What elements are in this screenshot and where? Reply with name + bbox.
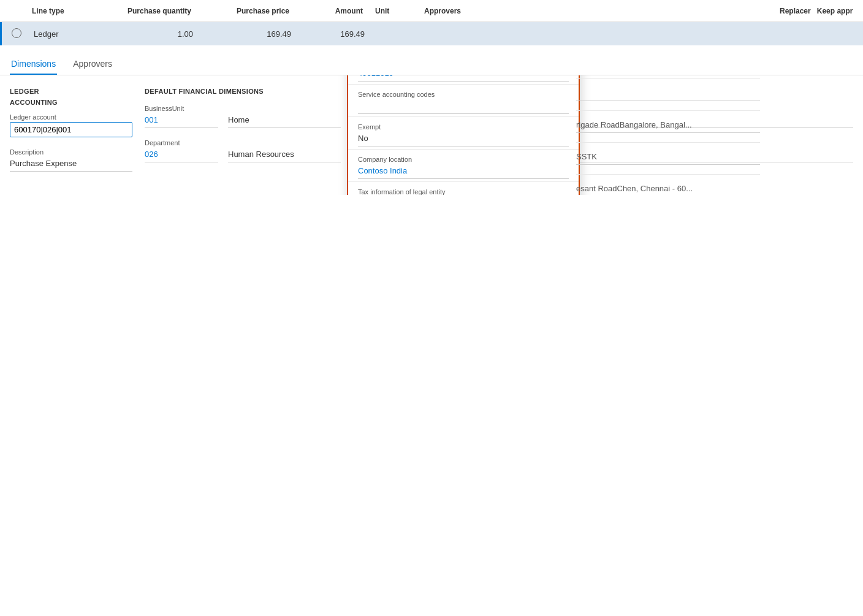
department-row: 026 Human Resources bbox=[145, 148, 341, 162]
row-linetype: Ledger bbox=[34, 29, 120, 39]
company-right-value: rigade RoadBangalore, Bangal... bbox=[576, 118, 760, 133]
description-field: Description Purchase Expense bbox=[10, 148, 132, 172]
vendor-location-right-value: esant RoadChen, Chennai - 60... bbox=[576, 182, 760, 195]
col-linetype-header: Line type bbox=[32, 7, 118, 15]
row-purchprice: 169.49 bbox=[218, 29, 316, 39]
accounting-label: ACCOUNTING bbox=[10, 99, 132, 106]
business-unit-code: 001 bbox=[145, 113, 218, 128]
coding-fields-section: CODING FIELDS Accrual identification Tra… bbox=[353, 88, 853, 183]
ledger-account-label: Ledger account bbox=[10, 113, 132, 121]
ledger-account-field: Ledger account bbox=[10, 113, 132, 137]
right-overflow-column: rinted Books rigade RoadBangalore, Banga… bbox=[576, 75, 760, 195]
table-row[interactable]: Ledger 1.00 169.49 169.49 bbox=[0, 22, 863, 45]
row-amount: 169.49 bbox=[316, 29, 377, 39]
department-code: 026 bbox=[145, 148, 218, 162]
hsn-field: HSN codes 49011010 bbox=[348, 75, 579, 85]
business-unit-code-col: 001 bbox=[145, 113, 218, 128]
ledger-label: LEDGER bbox=[10, 88, 132, 95]
col-replacer-header: Replacer Keep appr bbox=[780, 7, 853, 15]
tax-legal-right-field: SSTK bbox=[576, 143, 760, 175]
company-location-field: Company location Contoso India bbox=[348, 150, 579, 182]
coding-fields-popup: HSN codes 49011010 Service accounting co… bbox=[347, 75, 580, 195]
financial-dims-label: DEFAULT FINANCIAL DIMENSIONS bbox=[145, 88, 341, 95]
business-unit-name: Home bbox=[228, 113, 341, 128]
tabs-bar: Dimensions Approvers bbox=[0, 45, 863, 75]
exempt-right-field bbox=[576, 79, 760, 111]
accounting-section: LEDGER ACCOUNTING Ledger account Descrip… bbox=[10, 88, 145, 183]
description-value: Purchase Expense bbox=[10, 157, 132, 172]
business-unit-label: BusinessUnit bbox=[145, 105, 341, 112]
department-name: Human Resources bbox=[228, 148, 341, 162]
exempt-right-value bbox=[576, 86, 760, 101]
company-location-value: Contoso India bbox=[358, 164, 569, 179]
row-purchqty: 1.00 bbox=[120, 29, 218, 39]
company-location-label: Company location bbox=[358, 156, 569, 163]
exempt-label: Exempt bbox=[358, 123, 569, 131]
col-purchprice-header: Purchase price bbox=[216, 7, 314, 15]
financial-dims-section: DEFAULT FINANCIAL DIMENSIONS BusinessUni… bbox=[145, 88, 353, 183]
hsn-value: 49011010 bbox=[358, 75, 569, 82]
vendor-location-right-field: esant RoadChen, Chennai - 60... bbox=[576, 175, 760, 195]
tab-approvers[interactable]: Approvers bbox=[72, 55, 113, 75]
department-code-col: 026 bbox=[145, 148, 218, 162]
company-right-field: rigade RoadBangalore, Bangal... bbox=[576, 111, 760, 143]
col-approvers-header: Approvers bbox=[424, 7, 547, 15]
exempt-value: No bbox=[358, 132, 569, 146]
tax-legal-right-value: SSTK bbox=[576, 150, 760, 165]
tab-dimensions[interactable]: Dimensions bbox=[10, 55, 57, 75]
service-value bbox=[358, 99, 569, 114]
service-field: Service accounting codes bbox=[348, 85, 579, 117]
department-name-col: Human Resources bbox=[228, 148, 341, 162]
col-unit-header: Unit bbox=[375, 7, 424, 15]
tax-legal-field: Tax information of legal entity GSTK bbox=[348, 182, 579, 195]
tax-legal-label: Tax information of legal entity bbox=[358, 188, 569, 195]
description-label: Description bbox=[10, 148, 132, 156]
table-header: Line type Purchase quantity Purchase pri… bbox=[0, 0, 863, 22]
col-amount-header: Amount bbox=[314, 7, 375, 15]
col-purchqty-header: Purchase quantity bbox=[118, 7, 216, 15]
content-area: LEDGER ACCOUNTING Ledger account Descrip… bbox=[0, 75, 863, 195]
ledger-account-input[interactable] bbox=[10, 122, 132, 137]
department-label: Department bbox=[145, 139, 341, 146]
radio-button[interactable] bbox=[12, 28, 21, 38]
exempt-field: Exempt No bbox=[348, 117, 579, 150]
row-radio[interactable] bbox=[12, 28, 34, 40]
business-unit-name-col: Home bbox=[228, 113, 341, 128]
business-unit-row: 001 Home bbox=[145, 113, 341, 128]
service-label: Service accounting codes bbox=[358, 91, 569, 98]
